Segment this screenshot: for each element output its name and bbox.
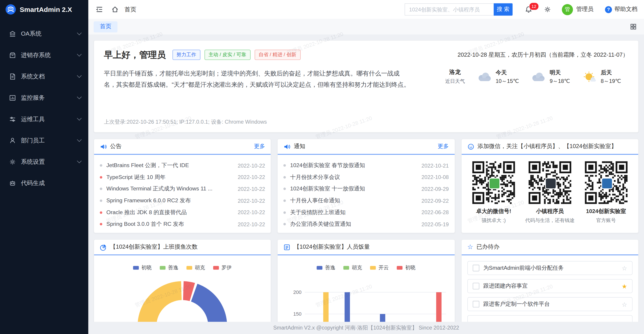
account-avatar-badge — [545, 178, 556, 189]
card-title: 公告 — [110, 143, 122, 150]
fish-count-card: 【1024创新实验室】上班摸鱼次数 初晓 善逸 胡克 罗伊 — [94, 239, 271, 334]
qr-code — [472, 161, 515, 204]
weather-panel: 洛龙 近日天气 今天10～15℃ 明天9～18℃ 后天8～19℃ — [445, 68, 621, 85]
weather-today: 今天10～15℃ — [476, 69, 519, 85]
footer: SmartAdmin V2.x @copyright 河南·洛阳【1024创新实… — [88, 322, 644, 334]
document-icon — [9, 73, 16, 80]
bullet-dot — [284, 164, 286, 167]
notification-badge: 12 — [529, 2, 539, 10]
card-title: 通知 — [294, 143, 305, 150]
tag-introspect: 自省 / 精进 / 创新 — [254, 50, 300, 60]
notice-card: 通知 更多 1024创新实验室 春节放假通知2022-10-21 十月份技术分享… — [277, 139, 455, 233]
weather-tomorrow: 明天9～18℃ — [530, 69, 570, 85]
help-link[interactable]: ? 帮助文档 — [605, 6, 638, 13]
star-toggle-icon[interactable] — [622, 265, 627, 271]
sidebar-menu: OA系统 进销存系统 系统文档 监控服务 运维工具 — [0, 19, 88, 194]
todo-item[interactable]: 跟进客户定制一个软件平台 — [467, 297, 632, 311]
date-info: 2022-10-28 星期五，农历十月初四（当前霜降，立冬 2022-11-07… — [458, 51, 628, 58]
logo-text: SmartAdmin 2.X — [20, 5, 72, 13]
svg-text:200: 200 — [294, 290, 302, 295]
logo[interactable]: SmartAdmin 2.X — [0, 0, 88, 19]
sidebar-item-settings[interactable]: 系统设置 — [0, 151, 88, 172]
gear-icon[interactable] — [544, 6, 551, 13]
svg-text:150: 150 — [294, 311, 302, 317]
sidebar-item-devops[interactable]: 运维工具 — [0, 108, 88, 130]
sliders-icon — [9, 116, 16, 123]
tab-home[interactable]: 首页 — [94, 21, 118, 32]
announcement-item[interactable]: JetBrains Fleet 公测，下一代 IDE2022-10-22 — [100, 160, 265, 171]
chart-legend: 善逸 胡克 开云 初晓 — [278, 264, 454, 271]
welcome-card: 早上好，管理员 努力工作 主动 / 皮实 / 可靠 自省 / 精进 / 创新 2… — [94, 40, 638, 133]
notice-item[interactable]: 十月份技术分享会议2022-10-08 — [284, 171, 449, 183]
announcement-more-link[interactable]: 更多 — [254, 143, 265, 150]
star-toggle-icon[interactable] — [622, 301, 627, 307]
qr-code — [584, 161, 628, 204]
sidebar-item-codegen[interactable]: 代码生成 — [0, 172, 88, 194]
todo-item[interactable]: 跟进团建内容事宜 — [467, 279, 632, 293]
notice-item[interactable]: 1024创新实验室 十一放假通知2022-09-29 — [284, 183, 449, 195]
bullet-dot — [100, 176, 102, 179]
checkbox[interactable] — [472, 265, 479, 271]
notifications[interactable]: 12 — [525, 6, 532, 13]
card-title: 【1024创新实验室】人员饭量 — [294, 244, 370, 251]
user-menu[interactable]: 管 管理员 — [562, 4, 594, 15]
avatar[interactable]: 管 — [562, 4, 573, 15]
megaphone-icon — [100, 143, 107, 150]
layout-grid-icon[interactable] — [630, 23, 636, 30]
cloud-icon — [530, 70, 546, 83]
bullet-dot — [100, 211, 102, 214]
chevron-down-icon — [77, 30, 82, 35]
notice-item[interactable]: 关于疫情防控上班通知2022-06-28 — [284, 207, 449, 218]
search-group: 搜 索 — [404, 3, 513, 16]
announcement-item[interactable]: Oracle 推出 JDK 8 的直接替代品2022-10-22 — [100, 207, 265, 218]
home-icon[interactable] — [112, 6, 119, 13]
wechat-avatar-badge — [489, 178, 500, 189]
topbar: 首页 搜 索 12 管 管理员 ? 帮助文档 — [88, 0, 644, 19]
weather-city: 洛龙 近日天气 — [445, 68, 465, 85]
chevron-down-icon — [77, 116, 82, 120]
lab-logo-badge — [601, 178, 612, 189]
sidebar-item-oa[interactable]: OA系统 — [0, 23, 88, 44]
menu-fold-icon[interactable] — [96, 6, 103, 13]
chevron-down-icon — [77, 137, 82, 142]
box-icon — [9, 51, 16, 58]
breadcrumb[interactable]: 首页 — [124, 5, 136, 13]
main-content: 早上好，管理员 努力工作 主动 / 皮实 / 可靠 自省 / 精进 / 创新 2… — [88, 34, 644, 334]
todo-card: ☆ 已办待办 为SmartAdmin前端小组分配任务 跟进团建内容事宜 — [461, 239, 638, 334]
sidebar-item-monitor[interactable]: 监控服务 — [0, 87, 88, 108]
table-icon — [284, 244, 290, 251]
announcement-item[interactable]: TypeScript 诞生 10 周年2022-10-22 — [100, 171, 265, 183]
search-input[interactable] — [404, 3, 494, 16]
sidebar-item-employees[interactable]: 部门员工 — [0, 130, 88, 151]
bullet-dot — [100, 164, 102, 167]
notice-item[interactable]: 办公室消杀关键位置通知2022-05-19 — [284, 218, 449, 230]
tag-work-hard: 努力工作 — [172, 50, 200, 60]
notice-item[interactable]: 十月份人事任命通知2022-09-22 — [284, 195, 449, 207]
announcement-item[interactable]: Spring Boot 3.0.0 首个 RC 发布2022-10-22 — [100, 218, 265, 230]
help-icon[interactable]: ? — [605, 6, 612, 13]
notice-more-link[interactable]: 更多 — [438, 143, 449, 150]
motto-text: 平日里的千锤百炼，才能托举出光彩时刻；逆境中的亮剑、失败后的奋起，才能让梦想成真… — [104, 68, 410, 90]
notice-item[interactable]: 1024创新实验室 春节放假通知2022-10-21 — [284, 160, 449, 171]
tags: 努力工作 主动 / 皮实 / 可靠 自省 / 精进 / 创新 — [172, 50, 300, 60]
todo-item[interactable]: 为SmartAdmin前端小组分配任务 — [467, 261, 632, 275]
bullet-dot — [284, 223, 286, 225]
search-button[interactable]: 搜 索 — [494, 3, 512, 16]
bullet-dot — [284, 188, 286, 190]
announcement-card: 公告 更多 JetBrains Fleet 公测，下一代 IDE2022-10-… — [94, 139, 271, 233]
meal-chart-card: 【1024创新实验室】人员饭量 善逸 胡克 开云 初晓 50100150200 — [277, 239, 455, 334]
announcement-item[interactable]: Spring Framework 6.0.0 RC2 发布2022-10-22 — [100, 195, 265, 207]
checkbox[interactable] — [472, 283, 479, 289]
checkbox[interactable] — [472, 301, 479, 307]
sidebar-item-inventory[interactable]: 进销存系统 — [0, 44, 88, 66]
sidebar: SmartAdmin 2.X OA系统 进销存系统 系统文档 监控服务 — [0, 0, 88, 334]
star-toggle-icon[interactable] — [622, 283, 627, 289]
card-title: 添加微信，关注【小镇程序员】、【1024创新实验室】 — [478, 143, 617, 150]
sidebar-item-docs[interactable]: 系统文档 — [0, 66, 88, 87]
cloud-icon — [476, 70, 492, 83]
chevron-down-icon — [77, 73, 82, 78]
bullet-dot — [100, 223, 102, 225]
app-root: SmartAdmin 2.X OA系统 进销存系统 系统文档 监控服务 — [0, 0, 644, 334]
help-label: 帮助文档 — [614, 6, 638, 13]
announcement-item[interactable]: Windows Terminal 正式成为 Windows 11 ...2022… — [100, 183, 265, 195]
